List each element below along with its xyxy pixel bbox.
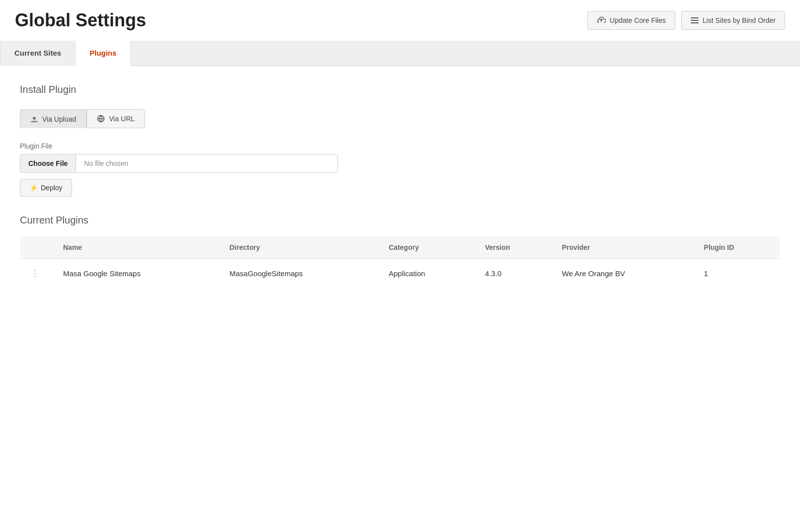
choose-file-button[interactable]: Choose File xyxy=(20,154,76,172)
svg-rect-0 xyxy=(691,17,699,18)
col-header-provider: Provider xyxy=(552,236,694,259)
update-core-files-button[interactable]: Update Core Files xyxy=(587,11,675,30)
cell-category: Application xyxy=(379,259,475,288)
via-url-button[interactable]: Via URL xyxy=(86,109,145,128)
upload-icon xyxy=(30,115,38,123)
cell-version: 4.3.0 xyxy=(475,259,552,288)
tabs-bar: Current Sites Plugins xyxy=(0,41,800,66)
deploy-label: Deploy xyxy=(41,184,63,192)
col-header-version: Version xyxy=(475,236,552,259)
table-row: ⋮ Masa Google Sitemaps MasaGoogleSitemap… xyxy=(20,259,780,288)
header-buttons: Update Core Files List Sites by Bind Ord… xyxy=(587,11,785,30)
list-sites-button[interactable]: List Sites by Bind Order xyxy=(681,11,785,30)
install-buttons: Via Upload Via URL xyxy=(20,109,780,128)
drag-handle-icon[interactable]: ⋮ xyxy=(30,268,43,278)
update-core-files-label: Update Core Files xyxy=(610,16,666,24)
cell-provider: We Are Orange BV xyxy=(552,259,694,288)
col-header-directory: Directory xyxy=(220,236,379,259)
via-upload-label: Via Upload xyxy=(42,115,76,123)
bolt-icon: ⚡ xyxy=(29,184,38,192)
table-header-row: Name Directory Category Version Provider… xyxy=(20,236,780,259)
col-header-plugin-id: Plugin ID xyxy=(694,236,780,259)
via-url-label: Via URL xyxy=(109,115,135,123)
cell-name: Masa Google Sitemaps xyxy=(53,259,220,288)
col-header-drag xyxy=(20,236,54,259)
tab-current-sites[interactable]: Current Sites xyxy=(0,41,76,66)
col-header-category: Category xyxy=(379,236,475,259)
list-sites-label: List Sites by Bind Order xyxy=(703,16,776,24)
file-input-wrapper: Choose File No file chosen xyxy=(20,154,338,173)
file-name-display: No file chosen xyxy=(76,154,337,172)
plugins-table: Name Directory Category Version Provider… xyxy=(20,236,780,288)
header: Global Settings Update Core Files List S… xyxy=(0,0,800,41)
install-plugin-title: Install Plugin xyxy=(20,84,780,95)
tab-plugins[interactable]: Plugins xyxy=(76,41,131,66)
current-plugins-title: Current Plugins xyxy=(20,215,780,226)
svg-rect-2 xyxy=(691,22,699,23)
cell-plugin-id: 1 xyxy=(694,259,780,288)
drag-handle-cell: ⋮ xyxy=(20,259,54,288)
globe-icon xyxy=(97,115,105,123)
content: Install Plugin Via Upload Via URL Plugin… xyxy=(0,66,800,306)
svg-rect-1 xyxy=(691,20,699,21)
list-icon xyxy=(691,17,699,24)
cell-directory: MasaGoogleSitemaps xyxy=(220,259,379,288)
deploy-button[interactable]: ⚡ Deploy xyxy=(20,179,72,197)
page-wrapper: Global Settings Update Core Files List S… xyxy=(0,0,800,532)
col-header-name: Name xyxy=(53,236,220,259)
plugin-file-label: Plugin File xyxy=(20,142,780,150)
page-title: Global Settings xyxy=(15,10,146,31)
cloud-upload-icon xyxy=(597,16,606,24)
via-upload-button[interactable]: Via Upload xyxy=(20,109,86,128)
